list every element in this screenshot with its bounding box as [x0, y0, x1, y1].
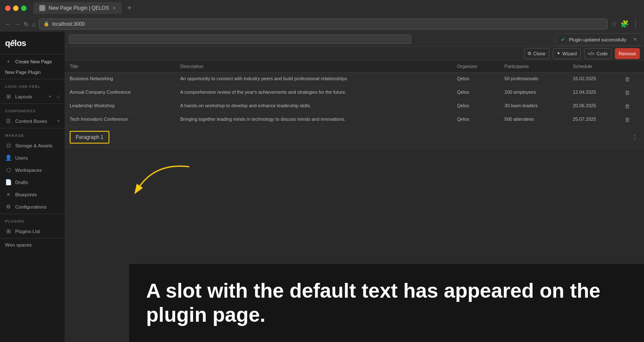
cell-participants: 500 attendees	[500, 113, 568, 127]
logo-text: qēlos	[5, 38, 26, 48]
cell-organizer: Qelos	[452, 86, 499, 100]
storage-label: Storage & Assets	[15, 143, 52, 148]
sidebar-item-drafts[interactable]: 📄 Drafts	[0, 176, 65, 188]
wizard-button[interactable]: ✦ Wizard	[553, 48, 581, 59]
sidebar-item-won-spaces[interactable]: Won spaces	[0, 239, 65, 250]
delete-row-button[interactable]: 🗑	[625, 76, 630, 82]
section-components: COMPONENTS	[0, 105, 65, 115]
cell-delete[interactable]: 🗑	[620, 100, 644, 113]
cell-delete[interactable]: 🗑	[620, 86, 644, 100]
main-content: ✔ Plugin updated successfully ✕ ⧉ Clone …	[65, 32, 644, 342]
new-tab-button[interactable]: +	[127, 4, 132, 13]
cell-description: An opportunity to connect with industry …	[175, 73, 452, 86]
code-button[interactable]: </> Code	[584, 48, 611, 59]
cell-delete[interactable]: 🗑	[620, 113, 644, 127]
content-boxes-expand-icon: ▾	[57, 119, 60, 123]
layouts-label: Layouts	[15, 94, 32, 99]
minimize-traffic-light[interactable]	[13, 5, 19, 11]
cell-participants: 30 team leaders	[500, 100, 568, 113]
col-participants: Participants	[500, 60, 568, 73]
sidebar-divider-2	[0, 103, 65, 104]
cell-title: Tech Innovators Conference	[65, 113, 175, 127]
page-search-input[interactable]	[69, 35, 411, 44]
sidebar-logo: qēlos	[0, 32, 65, 53]
section-manage: MANAGE	[0, 129, 65, 139]
browser-titlebar: New Page Plugin | QELOS ✕ +	[0, 0, 644, 16]
cell-description: A comprehensive review of the year's ach…	[175, 86, 452, 100]
sidebar-item-layouts[interactable]: ⊞ Layouts ▾ ◁	[0, 90, 65, 103]
browser-tab[interactable]: New Page Plugin | QELOS ✕	[33, 2, 122, 14]
cell-title: Leadership Workshop	[65, 100, 175, 113]
overlay-tooltip: A slot with the default text has appeare…	[129, 264, 644, 342]
reload-button[interactable]: ↻	[24, 21, 29, 27]
sidebar-item-configurations[interactable]: ⚙ Configurations	[0, 201, 65, 213]
col-organizer: Organizer	[452, 60, 499, 73]
table-container: Title Description Organizer Participants…	[65, 60, 644, 127]
back-button[interactable]: ←	[5, 21, 11, 27]
delete-row-button[interactable]: 🗑	[625, 117, 630, 123]
extensions-icon[interactable]: 🧩	[620, 20, 629, 28]
cell-participants: 200 employees	[500, 86, 568, 100]
users-label: Users	[15, 155, 28, 160]
home-button[interactable]: ⌂	[32, 21, 35, 27]
cell-delete[interactable]: 🗑	[620, 73, 644, 86]
clone-icon: ⧉	[528, 51, 531, 56]
wizard-label: Wizard	[562, 51, 577, 56]
menu-icon[interactable]: ⋮	[632, 20, 639, 28]
create-new-page-button[interactable]: + Create New Page	[0, 55, 65, 68]
sidebar-item-plugins-list[interactable]: ⊞ Plugins List	[0, 225, 65, 237]
tab-close-icon[interactable]: ✕	[112, 5, 116, 11]
table-row: Leadership Workshop A hands-on workshop …	[65, 100, 644, 113]
cell-title: Business Networking	[65, 73, 175, 86]
close-traffic-light[interactable]	[5, 5, 11, 11]
clone-button[interactable]: ⧉ Clone	[524, 48, 549, 59]
browser-toolbar: ← → ↻ ⌂ 🔒 localhost:3000 ☆ 🧩 ⋮	[0, 16, 644, 32]
col-actions	[620, 60, 644, 73]
layouts-icon: ⊞	[5, 93, 12, 100]
cell-schedule: 15.02.2025	[568, 73, 620, 86]
content-boxes-label: Content Boxes	[15, 119, 47, 124]
sidebar-item-workspaces[interactable]: ⬡ Workspaces	[0, 164, 65, 176]
section-plugins: PLUGINS	[0, 215, 65, 225]
delete-row-button[interactable]: 🗑	[625, 103, 630, 109]
layouts-expand-icon: ▾	[49, 94, 51, 99]
remove-button[interactable]: Remove	[615, 48, 640, 59]
sidebar-item-storage[interactable]: ⊡ Storage & Assets	[0, 139, 65, 152]
cell-title: Annual Company Conference	[65, 86, 175, 100]
arrow-annotation	[130, 163, 198, 196]
sidebar-divider-5	[0, 238, 65, 239]
sidebar-item-blueprints[interactable]: ≡ Blueprints	[0, 188, 65, 201]
app-layout: qēlos + Create New Page New Page Plugin …	[0, 32, 644, 342]
toolbar-row: ⧉ Clone ✦ Wizard </> Code Remove	[65, 47, 644, 60]
sidebar-divider-top	[0, 54, 65, 54]
sidebar-divider-1	[0, 79, 65, 79]
notification-bar: ✔ Plugin updated successfully ✕	[555, 33, 642, 46]
page-title: New Page Plugin	[0, 68, 65, 78]
bookmark-icon[interactable]: ☆	[611, 20, 617, 28]
cell-schedule: 20.06.2025	[568, 100, 620, 113]
sidebar-divider-4	[0, 214, 65, 214]
blueprints-icon: ≡	[5, 191, 12, 198]
remove-label: Remove	[619, 51, 636, 56]
address-bar[interactable]: 🔒 localhost:3000	[39, 19, 608, 30]
sidebar-item-users[interactable]: 👤 Users	[0, 152, 65, 164]
slot-options-icon[interactable]: ⋮	[631, 133, 638, 141]
notification-close-button[interactable]: ✕	[633, 37, 637, 42]
forward-button[interactable]: →	[14, 21, 20, 27]
col-title: Title	[65, 60, 175, 73]
table-row: Tech Innovators Conference Bringing toge…	[65, 113, 644, 127]
tab-title: New Page Plugin | QELOS	[49, 5, 109, 11]
delete-row-button[interactable]: 🗑	[625, 90, 630, 96]
workspaces-label: Workspaces	[15, 168, 42, 173]
data-table: Title Description Organizer Participants…	[65, 60, 644, 127]
cell-organizer: Qelos	[452, 73, 499, 86]
col-schedule: Schedule	[568, 60, 620, 73]
maximize-traffic-light[interactable]	[21, 5, 27, 11]
sidebar-item-content-boxes[interactable]: ☰ Content Boxes ▾	[0, 115, 65, 127]
clone-label: Clone	[533, 51, 546, 56]
storage-icon: ⊡	[5, 142, 12, 149]
sidebar: qēlos + Create New Page New Page Plugin …	[0, 32, 65, 342]
code-icon: </>	[588, 51, 595, 56]
paragraph-slot[interactable]: Paragraph 1	[70, 131, 109, 144]
arrow-svg	[130, 163, 198, 196]
